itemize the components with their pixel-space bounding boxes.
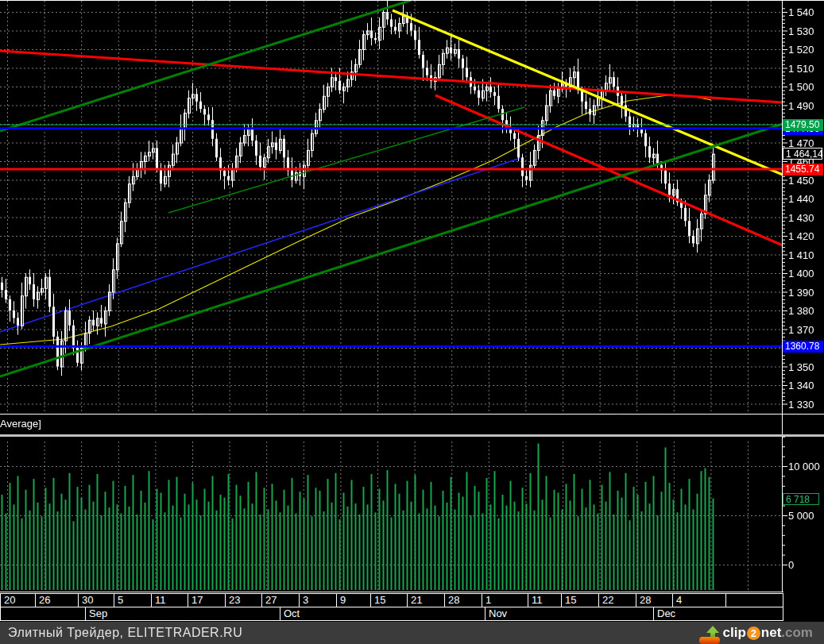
time-axis-day-cell: 11	[528, 594, 561, 607]
time-axis-day-cell: 4	[672, 594, 725, 607]
price-axis-label: 1 430	[788, 212, 814, 224]
time-axis-month-cell: Oct	[280, 607, 485, 620]
price-axis-label: 1 540	[788, 6, 814, 18]
logo-text-net: net	[761, 625, 782, 641]
price-axis-label: 1 370	[788, 324, 814, 336]
price-level-badge: 1455.74	[783, 164, 823, 175]
price-level-badge: 1 464,14	[783, 148, 822, 160]
time-axis-day-cell: 3	[299, 594, 336, 607]
price-axis-label: 1 500	[788, 81, 814, 93]
price-axis-label: 1 520	[788, 44, 814, 56]
time-axis-day-cell	[725, 594, 783, 607]
time-axis-day-cell: 23	[225, 594, 261, 607]
time-axis-day-cell: 27	[261, 594, 299, 607]
price-axis-label: 1 440	[788, 193, 814, 205]
volume-last-value-badge: 6 718	[783, 493, 819, 505]
price-axis-label: 1 530	[788, 25, 814, 37]
logo-text-com: .com	[781, 625, 813, 641]
time-axis-days: 202630511172327391521281111522284	[0, 593, 783, 607]
time-axis-month-cell	[0, 607, 85, 620]
time-axis-day-cell: 28	[636, 594, 672, 607]
time-axis-day-cell: 5	[114, 594, 151, 607]
time-axis-month-cell: Dec	[653, 607, 783, 620]
time-axis-day-cell: 15	[370, 594, 407, 607]
price-axis-label: 1 390	[788, 287, 814, 299]
volume-axis-label: 0	[788, 559, 794, 571]
volume-axis-label: 10 000	[788, 461, 820, 472]
price-axis-label: 1 420	[788, 230, 814, 242]
price-axis-label: 1 450	[788, 175, 814, 187]
time-axis-day-cell: 11	[151, 594, 188, 607]
time-axis-day-cell: 20	[0, 594, 35, 607]
logo-badge-2: 2	[747, 627, 760, 640]
chart-canvas[interactable]	[0, 0, 824, 644]
price-axis-label: 1 340	[788, 380, 814, 391]
time-axis-day-cell: 1	[482, 594, 528, 607]
time-axis-day-cell: 28	[444, 594, 482, 607]
price-axis-label: 1 470	[788, 137, 814, 149]
time-axis-day-cell: 22	[598, 594, 636, 607]
price-axis-label: 1 410	[788, 249, 814, 261]
volume-axis-label: 5 000	[788, 510, 814, 522]
time-axis-day-cell: 9	[336, 594, 370, 607]
indicator-label: Average]	[0, 418, 41, 430]
time-axis-day-cell: 30	[78, 594, 114, 607]
time-axis-month-cell: Nov	[485, 607, 653, 620]
price-axis-label: 1 400	[788, 268, 814, 280]
time-axis-day-cell: 26	[35, 594, 78, 607]
price-axis-label: 1 330	[788, 399, 814, 411]
clip2net-logo[interactable]: clip 2 net .com	[706, 624, 813, 642]
time-axis-months: SepOctNovDec	[0, 607, 783, 621]
time-axis-day-cell: 15	[561, 594, 598, 607]
price-axis-label: 1 380	[788, 305, 814, 317]
price-axis-label: 1 490	[788, 100, 814, 112]
price-level-badge: 1360.78	[783, 341, 823, 353]
time-axis-day-cell: 17	[188, 594, 225, 607]
time-axis-month-cell: Sep	[85, 607, 280, 620]
time-axis-day-cell: 21	[407, 594, 444, 607]
price-axis-label: 1 350	[788, 361, 814, 373]
orange-decoration	[699, 637, 720, 644]
brand-text: Элитный Трейдер, ELITETRADER.RU	[8, 626, 242, 640]
price-level-badge: 1479.50	[783, 119, 823, 131]
trading-terminal-screen: 1 5401 5301 5201 5101 5001 4901 4701 460…	[0, 0, 824, 644]
logo-text-clip: clip	[723, 625, 746, 641]
price-axis-label: 1 510	[788, 63, 814, 75]
